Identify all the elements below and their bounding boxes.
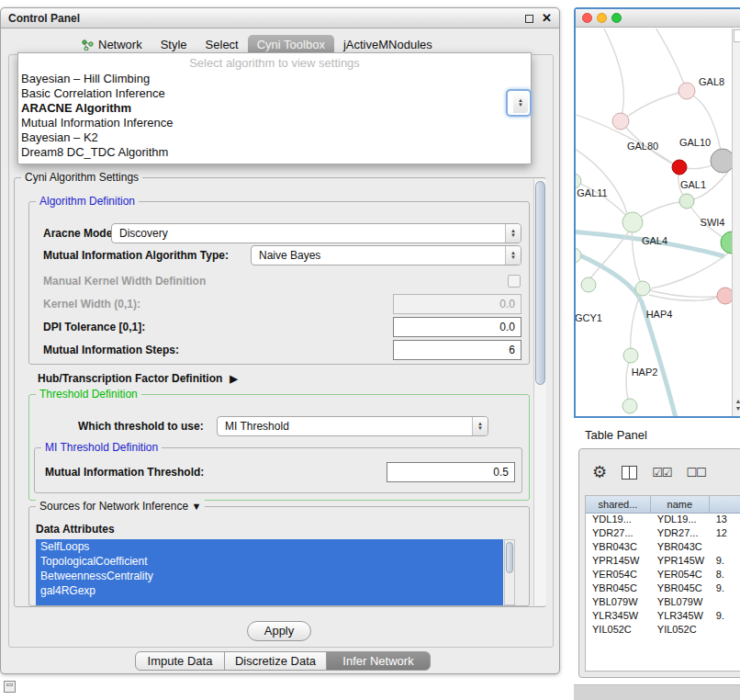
table-row[interactable]: YBR043CYBR043C <box>586 541 740 555</box>
node-label: GAL80 <box>627 141 658 152</box>
network-graph[interactable]: GAL8GAL80GAL10GAL11GAL1SWI4GAL4GCY1HAP4H… <box>576 28 740 416</box>
table-cell: YDR27... <box>586 527 651 541</box>
network-node[interactable] <box>576 174 581 188</box>
scrollbar-thumb[interactable] <box>535 181 545 385</box>
sources-group-title[interactable]: Sources for Network Inference ▼ <box>36 500 205 513</box>
network-node[interactable] <box>612 113 629 130</box>
chevron-down-icon[interactable]: ▼ <box>191 501 201 512</box>
network-scrollbar[interactable]: ▲▼ <box>732 28 740 416</box>
tab-discretize-data[interactable]: Discretize Data <box>224 651 327 671</box>
network-node[interactable] <box>672 160 687 175</box>
table-row[interactable]: YER054CYER054C8. <box>586 569 740 582</box>
apply-button[interactable]: Apply <box>247 621 311 641</box>
network-node[interactable] <box>581 277 596 292</box>
algorithm-option[interactable]: Mutual Information Inference <box>18 116 531 130</box>
network-node[interactable] <box>679 194 694 209</box>
tab-label: Select <box>206 38 239 51</box>
table-cell: YDR27... <box>651 527 710 541</box>
gear-icon[interactable]: ⚙ <box>592 462 607 482</box>
attribute-list-scrollbar[interactable] <box>504 539 515 605</box>
network-node[interactable] <box>623 348 638 363</box>
dpi-tolerance-label: DPI Tolerance [0,1]: <box>43 321 145 333</box>
float-window-icon[interactable] <box>525 15 533 23</box>
control-panel-titlebar[interactable]: Control Panel ✕ <box>1 8 559 28</box>
tab-infer-network[interactable]: Infer Network <box>326 651 431 671</box>
mi-steps-field[interactable] <box>393 340 521 360</box>
node-label: HAP4 <box>646 309 673 320</box>
hub-transcription-section[interactable]: Hub/Transcription Factor Definition ▶ <box>38 372 238 385</box>
table-cell <box>710 596 740 610</box>
manual-kernel-width-checkbox[interactable] <box>508 275 521 288</box>
aracne-mode-combobox[interactable]: Discovery ▲▼ <box>111 223 521 243</box>
algorithm-dropdown-popup: Select algorithm to view settings Bayesi… <box>17 52 532 164</box>
deselect-all-checkboxes-icon[interactable]: ☐☐ <box>686 466 705 480</box>
network-node[interactable] <box>622 212 643 232</box>
table-row[interactable]: YBL079WYBL079W <box>586 596 740 610</box>
table-row[interactable]: YLR345WYLR345W9. <box>586 610 740 624</box>
mac-minimize-button[interactable] <box>597 13 607 23</box>
close-icon[interactable]: ✕ <box>542 13 552 24</box>
table-cell: 8. <box>710 569 740 582</box>
algorithm-option[interactable]: Bayesian – Hill Climbing <box>18 72 531 86</box>
network-node[interactable] <box>622 399 637 413</box>
table-cell <box>710 541 740 555</box>
tab-impute-data[interactable]: Impute Data <box>135 651 225 671</box>
combobox-stepper-icon[interactable]: ▲▼ <box>472 417 488 435</box>
scrollbar-button[interactable] <box>734 29 740 42</box>
data-attributes-list[interactable]: SelfLoopsTopologicalCoefficientBetweenne… <box>36 539 503 605</box>
column-header[interactable]: name <box>651 496 710 513</box>
algorithm-option[interactable]: ARACNE Algorithm <box>18 101 531 116</box>
table-cell: YLR345W <box>586 610 651 624</box>
chevron-right-icon[interactable]: ▶ <box>230 373 237 385</box>
scroll-arrows-icon[interactable]: ▲▼ <box>733 398 740 412</box>
dropdown-placeholder[interactable]: Select algorithm to view settings <box>18 53 531 72</box>
table-row[interactable]: YDR27...YDR27...12 <box>586 527 740 541</box>
combobox-stepper-icon[interactable]: ▲▼ <box>505 224 521 243</box>
combobox-stepper-icon[interactable]: ▲▼ <box>513 93 528 113</box>
network-edge <box>653 28 684 84</box>
tab-label: jActiveMNodules <box>343 38 432 51</box>
table-row[interactable]: YPR145WYPR145W9. <box>586 555 740 569</box>
mi-threshold-field[interactable] <box>387 462 515 482</box>
algorithm-option[interactable]: Bayesian – K2 <box>18 130 531 145</box>
table-cell: YIL052C <box>586 624 651 638</box>
group-title: MI Threshold Definition <box>41 441 162 454</box>
network-node[interactable] <box>576 248 581 263</box>
settings-scrollbar[interactable] <box>533 179 546 605</box>
network-canvas[interactable]: GAL8GAL80GAL10GAL11GAL1SWI4GAL4GCY1HAP4H… <box>576 28 740 416</box>
network-edge <box>576 146 627 214</box>
mac-close-button[interactable] <box>582 13 592 23</box>
network-window-titlebar[interactable] <box>576 9 740 28</box>
dpi-tolerance-field[interactable] <box>393 317 521 337</box>
table-toolbar: ⚙ ☑☑ ☐☐ <box>592 460 706 484</box>
network-node[interactable] <box>678 83 695 99</box>
select-all-checkboxes-icon[interactable]: ☑☑ <box>652 466 671 480</box>
panel-restore-icon[interactable] <box>4 681 16 693</box>
combobox-stepper-icon[interactable]: ▲▼ <box>505 246 521 265</box>
data-attribute-item[interactable]: SelfLoops <box>36 539 503 554</box>
data-attribute-item[interactable]: BetweennessCentrality <box>36 569 503 583</box>
algorithm-option[interactable]: Basic Correlation Inference <box>18 86 531 101</box>
node-label: GAL1 <box>680 179 706 190</box>
tab-label: Network <box>98 38 142 51</box>
table-cell: YER054C <box>586 569 651 582</box>
table-row[interactable]: YIL052CYIL052C <box>586 624 740 638</box>
algorithm-combobox-fragment[interactable]: ▲▼ <box>506 89 532 117</box>
which-threshold-combobox[interactable]: MI Threshold ▲▼ <box>217 416 488 436</box>
column-chooser-icon[interactable] <box>622 466 637 480</box>
algorithm-option[interactable]: Dream8 DC_TDC Algorithm <box>18 145 531 160</box>
table-panel: ⚙ ☑☑ ☐☐ shared...name YDL19...YDL19...13… <box>578 448 740 678</box>
scrollbar-thumb[interactable] <box>506 542 513 573</box>
table-row[interactable]: YDL19...YDL19...13 <box>586 514 740 527</box>
column-header[interactable] <box>710 496 740 513</box>
mi-steps-label: Mutual Information Steps: <box>43 344 179 356</box>
data-attribute-item[interactable]: TopologicalCoefficient <box>36 554 503 569</box>
network-node[interactable] <box>635 281 650 296</box>
mac-zoom-button[interactable] <box>611 13 622 23</box>
data-attribute-item[interactable]: gal4RGexp <box>36 583 503 598</box>
mi-algorithm-type-combobox[interactable]: Naive Bayes ▲▼ <box>251 245 521 265</box>
kernel-width-field[interactable] <box>393 294 521 314</box>
column-header[interactable]: shared... <box>586 496 651 513</box>
node-label: GCY1 <box>576 312 602 323</box>
table-row[interactable]: YBR045CYBR045C9. <box>586 582 740 596</box>
